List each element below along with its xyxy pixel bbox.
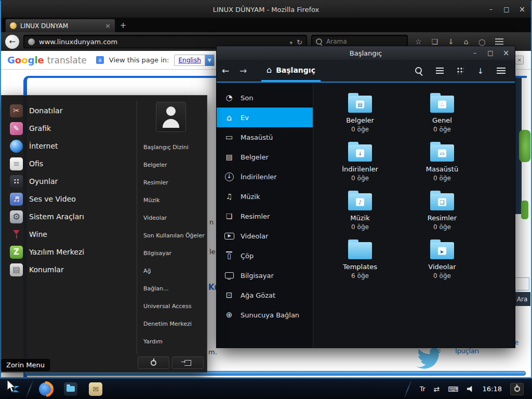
folder-item[interactable]: Masaüstü 0 öğe [401,141,483,190]
forward-icon[interactable]: → [234,65,252,76]
sidebar-item[interactable]: İndirilenler [217,167,313,187]
new-tab-button[interactable]: + [115,19,131,32]
downloads-icon[interactable] [448,37,454,46]
menu-place-item[interactable]: Universal Access [137,297,205,315]
menu-place-item[interactable]: Resimler [137,174,205,191]
operations-icon[interactable] [477,66,484,76]
account-icon[interactable] [478,37,485,46]
close-icon[interactable] [518,5,526,14]
sidebar-item[interactable]: Müzik [217,187,313,206]
file-manager-titlebar[interactable]: Başlangıç [217,46,515,60]
menu-place-item[interactable]: Bilgisayar [137,244,205,262]
keyboard-icon[interactable] [448,384,458,394]
menu-category-item[interactable]: Oyunlar [5,172,135,190]
menu-place-item[interactable]: Son Kullanılan Öğeler [137,227,205,244]
page-search-field[interactable] [514,277,529,290]
window-titlebar[interactable]: LINUX DÜNYAM - Mozilla Firefox [1,1,531,18]
page-search-button[interactable]: Ara [514,292,530,306]
home-icon[interactable] [464,37,469,46]
search-icon[interactable] [415,67,423,75]
minimize-icon[interactable] [487,6,495,13]
sidebar-item[interactable]: Ev [217,108,313,127]
sidebar-item[interactable]: Videolar [217,226,313,246]
menu-category-item[interactable]: Ses ve Video [5,190,135,208]
menu-place-item[interactable]: Ağ [137,262,205,280]
files-taskbar-button[interactable] [62,379,79,399]
sidebar-item[interactable]: Belgeler [217,147,313,167]
back-button[interactable] [5,35,19,49]
menu-category-item[interactable]: Donatılar [5,102,135,119]
folder-item[interactable]: Müzik 0 öğe [319,190,401,238]
menu-place-item[interactable]: Belgeler [137,156,205,174]
menu-category-item[interactable]: Wine [5,225,135,243]
menu-place-item[interactable]: Denetim Merkezi [137,315,205,332]
swap-arrows-icon[interactable] [434,384,440,394]
grid-view-icon[interactable] [457,67,464,74]
list-view-icon[interactable] [436,68,444,74]
logout-button[interactable] [172,356,204,369]
trash-icon [223,250,235,261]
menu-place-item[interactable]: Bağlan... [137,280,205,297]
shutdown-button[interactable] [138,356,169,369]
maximize-icon[interactable] [487,49,494,57]
close-icon[interactable] [502,48,510,58]
menu-category-item[interactable]: İnternet [5,137,135,155]
sidebar-item[interactable]: Çöp [217,246,313,265]
computer-icon [223,270,235,281]
tab-linux-dunyam[interactable]: LINUX DÜNYAM × [5,19,115,32]
menu-icon[interactable] [497,68,506,74]
accessories-icon [10,104,23,117]
mail-taskbar-button[interactable] [87,379,104,399]
folder-item[interactable]: Genel 0 öğe [401,92,483,141]
firefox-taskbar-button[interactable] [37,379,55,399]
menu-place-item[interactable]: Videolar [137,209,205,227]
menu-category-item[interactable]: Sistem Araçları [5,208,135,225]
folder-item[interactable]: İndirilenler 0 öğe [319,141,401,190]
language-selector[interactable]: English [174,55,214,66]
language-dropdown-icon[interactable] [205,55,214,66]
bookmarks-icon[interactable] [432,37,438,46]
folder-item[interactable]: Resimler 0 öğe [401,190,483,238]
firefox-icon [39,382,52,396]
bookmark-star-icon[interactable] [415,37,422,46]
menu-category-item[interactable]: Ofis [5,155,135,172]
sidebar-item[interactable]: Ağa Gözat [217,285,313,305]
menu-place-item[interactable]: Müzik [137,191,205,209]
folder-item[interactable]: Videolar 0 öğe [401,238,483,287]
browse-network-icon [223,289,235,301]
url-dropdown-icon[interactable] [290,37,293,47]
zorin-menu: Donatılar Grafik İnternet Ofis [1,95,207,373]
sidebar-item[interactable]: Sunucuya Bağlan [217,305,313,325]
internet-icon [10,140,23,153]
sidebar-item[interactable]: Resimler [217,206,313,226]
menu-category-item[interactable]: Yazılım Merkezi [5,243,135,261]
keyboard-layout-indicator[interactable]: Tr [420,385,425,393]
hamburger-menu-icon[interactable] [495,38,503,45]
site-identity-icon[interactable] [28,38,35,45]
sidebar-item[interactable]: Son [217,88,313,108]
menu-place-item[interactable]: Başlangıç Dizini [137,138,205,156]
tab-close-icon[interactable]: × [105,22,111,30]
menu-category-item[interactable]: Konumlar [5,261,135,278]
translate-bar-close-icon[interactable] [515,56,524,64]
user-avatar[interactable] [156,102,186,132]
reload-icon[interactable] [297,37,302,47]
logout-icon [184,360,191,366]
sidebar-item[interactable]: Masaüstü [217,127,313,147]
volume-icon[interactable] [467,386,474,392]
folder-item[interactable]: Templates 6 öğe [319,238,401,287]
sidebar-item[interactable]: Bilgisayar [217,265,313,285]
pictures-folder-icon [430,193,454,210]
menu-category-item[interactable]: Grafik [5,119,135,137]
maximize-icon[interactable] [503,6,510,13]
clock[interactable]: 16:18 [483,385,502,393]
twitter-bird-icon[interactable] [415,346,442,371]
file-manager-icon [64,382,77,396]
back-icon[interactable]: ← [217,65,234,76]
folder-item[interactable]: Belgeler 0 öğe [319,92,401,141]
location-button[interactable]: Başlangıç [261,60,321,82]
session-button[interactable] [510,383,524,395]
language-link[interactable]: English [175,57,204,64]
minimize-icon[interactable] [471,49,478,57]
menu-place-item[interactable]: Yardım [137,332,205,350]
